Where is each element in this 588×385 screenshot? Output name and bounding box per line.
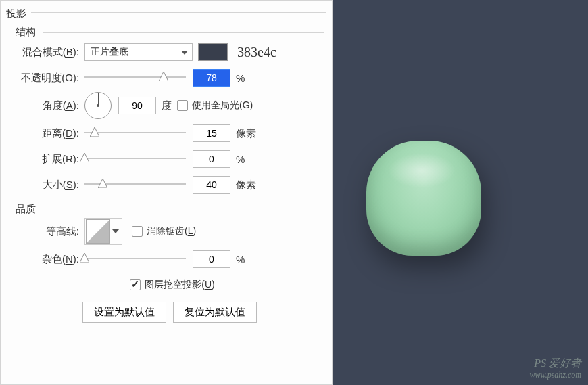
- svg-marker-3: [98, 179, 107, 188]
- angle-row: 角度(A): 度 使用全局光(G): [17, 92, 322, 119]
- distance-row: 距离(D): 像素: [17, 122, 322, 145]
- antialias-checkbox[interactable]: [132, 226, 143, 237]
- noise-input[interactable]: [193, 250, 230, 268]
- size-slider[interactable]: [84, 180, 186, 189]
- spread-input[interactable]: [193, 150, 230, 168]
- noise-label: 杂色(N):: [17, 253, 84, 266]
- noise-slider[interactable]: [84, 254, 186, 264]
- drop-shadow-panel: 投影 结构 混合模式(B): 正片叠底 383e4c 不透明度(O): %: [0, 0, 333, 385]
- shadow-color-swatch[interactable]: [198, 43, 228, 61]
- knockout-label: 图层挖空投影(U): [145, 279, 214, 291]
- quality-group: 品质 等高线: 消除锯齿(L) 杂色(N): %: [13, 210, 326, 327]
- angle-dial[interactable]: [84, 92, 112, 119]
- structure-group: 结构 混合模式(B): 正片叠底 383e4c 不透明度(O): %: [13, 32, 326, 203]
- blend-mode-dropdown[interactable]: 正片叠底: [84, 43, 193, 61]
- preview-canvas: PS 爱好者 www.psahz.com: [333, 0, 588, 385]
- spread-row: 扩展(R): %: [17, 148, 322, 171]
- global-light-checkbox-wrap[interactable]: 使用全局光(G): [177, 99, 253, 112]
- opacity-unit: %: [236, 72, 245, 84]
- contour-label: 等高线:: [17, 225, 84, 238]
- noise-row: 杂色(N): %: [17, 248, 322, 271]
- spread-unit: %: [236, 154, 245, 165]
- svg-marker-1: [90, 127, 99, 137]
- watermark: PS 爱好者 www.psahz.com: [530, 357, 581, 380]
- size-label: 大小(S):: [17, 179, 84, 191]
- antialias-label: 消除锯齿(L): [147, 225, 196, 237]
- shadow-color-hex: 383e4c: [237, 45, 276, 60]
- distance-input[interactable]: [193, 124, 230, 142]
- quality-legend: 品质: [13, 203, 39, 216]
- panel-title: 投影: [1, 3, 332, 28]
- opacity-row: 不透明度(O): %: [17, 66, 322, 89]
- size-unit: 像素: [236, 179, 256, 191]
- contour-swatch-icon: [86, 219, 110, 244]
- antialias-checkbox-wrap[interactable]: 消除锯齿(L): [132, 225, 196, 237]
- size-input[interactable]: [193, 176, 230, 194]
- angle-label: 角度(A):: [17, 99, 84, 112]
- size-row: 大小(S): 像素: [17, 173, 322, 196]
- opacity-slider[interactable]: [84, 73, 186, 83]
- reset-default-button[interactable]: 复位为默认值: [173, 302, 257, 323]
- structure-legend: 结构: [13, 26, 39, 39]
- contour-row: 等高线: 消除锯齿(L): [17, 218, 322, 245]
- blend-mode-label: 混合模式(B):: [17, 46, 84, 59]
- knockout-row: 图层挖空投影(U): [17, 273, 322, 296]
- noise-unit: %: [236, 254, 245, 265]
- knockout-checkbox-wrap[interactable]: 图层挖空投影(U): [130, 279, 214, 291]
- distance-slider[interactable]: [84, 129, 186, 138]
- green-blob-icon: [366, 141, 481, 256]
- svg-marker-0: [159, 72, 168, 81]
- opacity-input[interactable]: [193, 69, 230, 87]
- spread-label: 扩展(R):: [17, 153, 84, 166]
- button-row: 设置为默认值 复位为默认值: [17, 302, 322, 323]
- angle-unit: 度: [162, 99, 172, 112]
- knockout-checkbox[interactable]: [130, 279, 141, 290]
- global-light-label: 使用全局光(G): [192, 99, 253, 112]
- contour-picker[interactable]: [84, 218, 122, 245]
- svg-marker-4: [80, 253, 89, 263]
- angle-input[interactable]: [118, 97, 156, 114]
- distance-unit: 像素: [236, 127, 256, 140]
- blend-mode-row: 混合模式(B): 正片叠底 383e4c: [17, 41, 322, 64]
- global-light-checkbox[interactable]: [177, 100, 188, 111]
- distance-label: 距离(D):: [17, 127, 84, 140]
- svg-marker-2: [80, 153, 89, 162]
- spread-slider[interactable]: [84, 154, 186, 164]
- opacity-label: 不透明度(O):: [17, 72, 84, 85]
- set-default-button[interactable]: 设置为默认值: [82, 302, 166, 323]
